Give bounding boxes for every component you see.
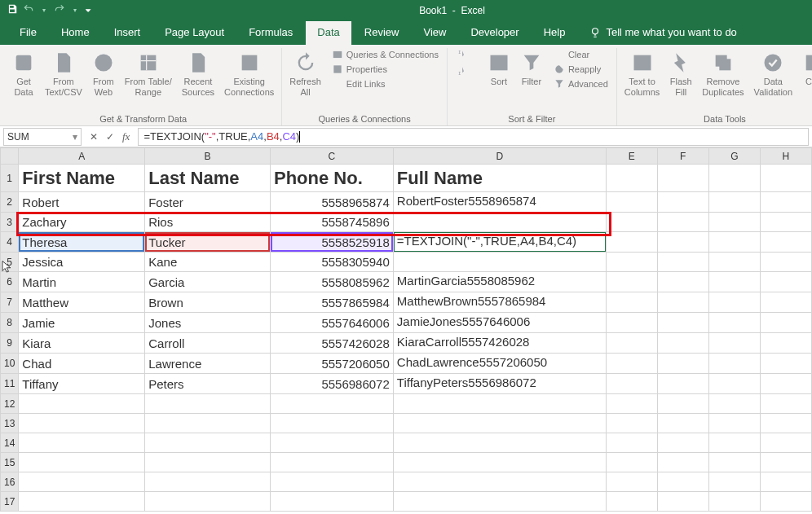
cell-E8[interactable] bbox=[606, 313, 657, 333]
cell-G12[interactable] bbox=[708, 394, 760, 414]
cell-G3[interactable] bbox=[708, 213, 760, 232]
cell-A1[interactable]: First Name bbox=[19, 165, 145, 192]
cell-B2[interactable]: Foster bbox=[145, 192, 271, 213]
recent-sources-button[interactable]: Recent Sources bbox=[179, 48, 217, 100]
cell-F8[interactable] bbox=[657, 313, 708, 333]
cell-G10[interactable] bbox=[708, 354, 760, 374]
cell-B12[interactable] bbox=[145, 394, 271, 414]
cell-A9[interactable]: Kiara bbox=[19, 333, 145, 354]
cell-B1[interactable]: Last Name bbox=[145, 165, 271, 192]
cell-E1[interactable] bbox=[606, 165, 657, 192]
flash-fill-button[interactable]: Flash Fill bbox=[667, 48, 695, 100]
row-header-16[interactable]: 16 bbox=[1, 472, 19, 492]
cell-H7[interactable] bbox=[760, 292, 811, 313]
cell-G8[interactable] bbox=[708, 313, 760, 333]
insert-function-icon[interactable]: fx bbox=[122, 130, 130, 143]
row-header-1[interactable]: 1 bbox=[1, 165, 19, 192]
cell-C10[interactable]: 5557206050 bbox=[271, 354, 394, 374]
cell-H10[interactable] bbox=[760, 354, 811, 374]
cell-H13[interactable] bbox=[760, 414, 811, 433]
cell-B16[interactable] bbox=[145, 472, 271, 492]
cell-C3[interactable]: 5558745896 bbox=[271, 213, 394, 232]
row-header-7[interactable]: 7 bbox=[1, 292, 19, 313]
cell-C13[interactable] bbox=[271, 414, 394, 433]
col-header-E[interactable]: E bbox=[606, 148, 657, 165]
namebox-dropdown-icon[interactable]: ▾ bbox=[73, 131, 77, 143]
qat-customize-icon[interactable]: ⏷ bbox=[85, 7, 92, 15]
col-header-C[interactable]: C bbox=[271, 148, 394, 165]
cell-B8[interactable]: Jones bbox=[145, 313, 271, 333]
filter-button[interactable]: Filter bbox=[518, 48, 545, 90]
cell-C17[interactable] bbox=[271, 492, 394, 512]
cell-C8[interactable]: 5557646006 bbox=[271, 313, 394, 333]
row-header-8[interactable]: 8 bbox=[1, 313, 19, 333]
cell-E3[interactable] bbox=[606, 213, 657, 232]
cell-B3[interactable]: Rios bbox=[145, 213, 271, 232]
redo-icon[interactable] bbox=[54, 3, 65, 17]
existing-connections-button[interactable]: Existing Connections bbox=[222, 48, 276, 100]
refresh-all-button[interactable]: Refresh All bbox=[287, 48, 324, 100]
cell-A17[interactable] bbox=[19, 492, 145, 512]
undo-dropdown-icon[interactable]: ▾ bbox=[42, 7, 46, 14]
cell-G15[interactable] bbox=[708, 453, 760, 472]
col-header-B[interactable]: B bbox=[145, 148, 271, 165]
cell-C16[interactable] bbox=[271, 472, 394, 492]
cell-F1[interactable] bbox=[657, 165, 708, 192]
cell-H4[interactable] bbox=[760, 232, 811, 253]
cell-D13[interactable] bbox=[393, 414, 606, 433]
cell-D9[interactable]: KiaraCarroll5557426028 bbox=[393, 333, 606, 354]
cell-A16[interactable] bbox=[19, 472, 145, 492]
cell-D6[interactable]: MartinGarcia5558085962 bbox=[393, 272, 606, 292]
row-header-6[interactable]: 6 bbox=[1, 272, 19, 292]
consolidate-button[interactable]: Con bbox=[800, 48, 812, 90]
tab-formulas[interactable]: Formulas bbox=[237, 21, 304, 45]
cell-C7[interactable]: 5557865984 bbox=[271, 292, 394, 313]
cell-A8[interactable]: Jamie bbox=[19, 313, 145, 333]
row-header-17[interactable]: 17 bbox=[1, 492, 19, 512]
cell-D7[interactable]: MatthewBrown5557865984 bbox=[393, 292, 606, 313]
cell-A3[interactable]: Zachary bbox=[19, 213, 145, 232]
row-header-4[interactable]: 4 bbox=[1, 232, 19, 253]
cell-H16[interactable] bbox=[760, 472, 811, 492]
cell-C15[interactable] bbox=[271, 453, 394, 472]
tell-me-search[interactable]: Tell me what you want to do bbox=[578, 21, 748, 45]
cell-H3[interactable] bbox=[760, 213, 811, 232]
col-header-H[interactable]: H bbox=[760, 148, 811, 165]
cell-C5[interactable]: 5558305940 bbox=[271, 253, 394, 272]
cell-G14[interactable] bbox=[708, 433, 760, 453]
tab-home[interactable]: Home bbox=[50, 21, 101, 45]
cell-G1[interactable] bbox=[708, 165, 760, 192]
cell-H1[interactable] bbox=[760, 165, 811, 192]
cell-B13[interactable] bbox=[145, 414, 271, 433]
cell-A7[interactable]: Matthew bbox=[19, 292, 145, 313]
cell-A4[interactable]: Theresa bbox=[19, 232, 145, 253]
cell-H12[interactable] bbox=[760, 394, 811, 414]
cell-C11[interactable]: 5556986072 bbox=[271, 374, 394, 394]
row-header-2[interactable]: 2 bbox=[1, 192, 19, 213]
cell-F7[interactable] bbox=[657, 292, 708, 313]
enter-formula-icon[interactable]: ✓ bbox=[106, 131, 114, 143]
cell-D3[interactable] bbox=[393, 213, 606, 232]
cell-E17[interactable] bbox=[606, 492, 657, 512]
cell-D10[interactable]: ChadLawrence5557206050 bbox=[393, 354, 606, 374]
cell-B11[interactable]: Peters bbox=[145, 374, 271, 394]
cell-A10[interactable]: Chad bbox=[19, 354, 145, 374]
cell-F11[interactable] bbox=[657, 374, 708, 394]
cell-G4[interactable] bbox=[708, 232, 760, 253]
cell-F14[interactable] bbox=[657, 433, 708, 453]
cell-G11[interactable] bbox=[708, 374, 760, 394]
tab-view[interactable]: View bbox=[412, 21, 457, 45]
cell-H11[interactable] bbox=[760, 374, 811, 394]
cell-G9[interactable] bbox=[708, 333, 760, 354]
cell-H6[interactable] bbox=[760, 272, 811, 292]
cell-B6[interactable]: Garcia bbox=[145, 272, 271, 292]
cell-G5[interactable] bbox=[708, 253, 760, 272]
tab-review[interactable]: Review bbox=[353, 21, 411, 45]
cell-E12[interactable] bbox=[606, 394, 657, 414]
cell-E5[interactable] bbox=[606, 253, 657, 272]
cell-A15[interactable] bbox=[19, 453, 145, 472]
cell-E2[interactable] bbox=[606, 192, 657, 213]
text-to-columns-button[interactable]: Text to Columns bbox=[622, 48, 662, 100]
cell-C12[interactable] bbox=[271, 394, 394, 414]
advanced-filter-button[interactable]: Advanced bbox=[550, 77, 611, 90]
